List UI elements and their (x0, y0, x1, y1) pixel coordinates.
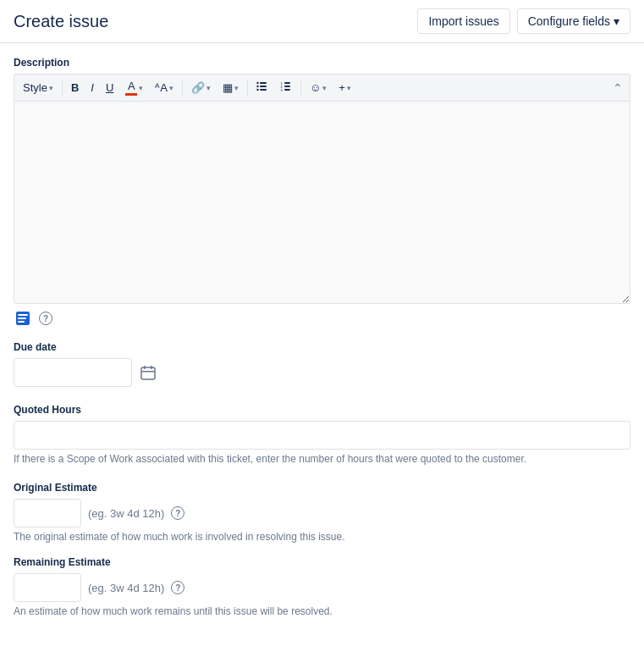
emoji-button[interactable]: ☺ ▾ (305, 78, 332, 97)
link-button[interactable]: 🔗 ▾ (186, 78, 216, 97)
description-editor[interactable] (14, 101, 630, 304)
svg-rect-0 (260, 82, 267, 84)
font-size-chevron-icon: ▾ (169, 84, 173, 92)
svg-rect-1 (260, 86, 267, 87)
question-icon: ? (39, 312, 52, 325)
style-dropdown-button[interactable]: Style ▾ (18, 78, 58, 97)
due-date-row (14, 358, 630, 387)
color-bar (125, 93, 137, 96)
original-estimate-section: Original Estimate (eg. 3w 4d 12h) ? The … (14, 482, 630, 543)
toolbar-divider-1 (62, 80, 63, 96)
font-size-label: ᴬA (155, 81, 168, 94)
description-section: Description Style ▾ B I U A ▾ ᴬA ▾ (14, 57, 630, 328)
svg-point-5 (256, 89, 258, 91)
link-chevron-icon: ▾ (206, 84, 211, 92)
quoted-hours-input[interactable] (14, 421, 630, 450)
remaining-estimate-row: (eg. 3w 4d 12h) ? (14, 573, 630, 602)
svg-rect-13 (18, 314, 28, 316)
description-footer: ? (14, 309, 630, 328)
original-estimate-help-icon[interactable]: ? (171, 506, 184, 520)
font-color-indicator: A (125, 80, 137, 96)
original-estimate-row: (eg. 3w 4d 12h) ? (14, 499, 630, 527)
svg-rect-14 (18, 317, 26, 319)
due-date-section: Due date (14, 341, 630, 387)
svg-rect-6 (284, 82, 290, 84)
more-button[interactable]: + ▾ (333, 78, 356, 97)
bullet-list-icon (256, 80, 268, 95)
svg-text:3: 3 (280, 88, 283, 92)
header-actions: Import issues Configure fields ▾ (417, 8, 630, 34)
svg-rect-16 (141, 367, 155, 379)
font-color-label: A (128, 80, 135, 92)
ordered-list-icon: 1 2 3 (280, 80, 292, 95)
svg-rect-18 (151, 366, 152, 369)
svg-rect-17 (144, 366, 146, 369)
emoji-icon: ☺ (310, 81, 321, 94)
original-estimate-hint: (eg. 3w 4d 12h) (88, 507, 164, 520)
table-button[interactable]: ▦ ▾ (217, 78, 244, 97)
import-issues-button[interactable]: Import issues (417, 8, 509, 34)
svg-point-3 (256, 82, 258, 84)
toolbar-divider-2 (182, 80, 183, 96)
page-title: Create issue (14, 12, 108, 31)
remaining-estimate-helper: An estimate of how much work remains unt… (14, 605, 630, 617)
svg-point-4 (256, 86, 258, 87)
remaining-estimate-label: Remaining Estimate (14, 556, 630, 568)
bullet-list-button[interactable] (251, 77, 273, 98)
remaining-estimate-help-icon[interactable]: ? (171, 581, 184, 594)
page-header: Create issue Import issues Configure fie… (0, 0, 644, 43)
help-icon-button[interactable]: ? (37, 310, 54, 327)
original-estimate-input[interactable] (14, 499, 81, 527)
bold-button[interactable]: B (66, 78, 84, 97)
link-icon: 🔗 (191, 81, 205, 94)
ordered-list-button[interactable]: 1 2 3 (275, 77, 297, 98)
collapse-icon[interactable]: ⌃ (609, 80, 626, 97)
svg-rect-8 (284, 89, 290, 91)
table-icon: ▦ (223, 81, 233, 94)
calendar-icon-button[interactable] (139, 363, 157, 382)
svg-rect-2 (260, 89, 267, 91)
svg-rect-7 (284, 86, 290, 87)
toolbar-divider-3 (247, 80, 248, 96)
configure-fields-label: Configure fields (528, 14, 610, 28)
remaining-estimate-input[interactable] (14, 573, 81, 602)
original-estimate-label: Original Estimate (14, 482, 630, 494)
description-label: Description (14, 57, 630, 69)
panel-icon-button[interactable] (14, 309, 32, 328)
remaining-estimate-hint: (eg. 3w 4d 12h) (88, 582, 164, 594)
font-size-button[interactable]: ᴬA ▾ (150, 78, 179, 97)
quoted-hours-helper: If there is a Scope of Work associated w… (14, 453, 630, 465)
quoted-hours-section: Quoted Hours If there is a Scope of Work… (14, 404, 630, 465)
due-date-input[interactable] (14, 358, 132, 387)
style-chevron-icon: ▾ (49, 84, 53, 92)
emoji-chevron-icon: ▾ (322, 84, 327, 92)
configure-chevron-icon: ▾ (614, 14, 619, 28)
svg-rect-15 (18, 321, 25, 323)
form-content: Description Style ▾ B I U A ▾ ᴬA ▾ (0, 43, 644, 644)
quoted-hours-label: Quoted Hours (14, 404, 630, 416)
toolbar-divider-4 (300, 80, 301, 96)
original-estimate-helper: The original estimate of how much work i… (14, 531, 630, 543)
italic-button[interactable]: I (85, 78, 99, 97)
remaining-estimate-section: Remaining Estimate (eg. 3w 4d 12h) ? An … (14, 556, 630, 617)
editor-toolbar: Style ▾ B I U A ▾ ᴬA ▾ 🔗 ▾ (14, 74, 630, 101)
table-chevron-icon: ▾ (234, 84, 239, 92)
underline-button[interactable]: U (101, 78, 118, 97)
more-chevron-icon: ▾ (347, 84, 351, 92)
plus-icon: + (339, 81, 345, 94)
font-color-button[interactable]: A ▾ (120, 76, 148, 99)
style-label: Style (23, 81, 47, 94)
svg-rect-19 (141, 371, 155, 373)
due-date-label: Due date (14, 341, 630, 353)
font-color-chevron-icon: ▾ (139, 84, 143, 92)
configure-fields-button[interactable]: Configure fields ▾ (517, 8, 630, 34)
